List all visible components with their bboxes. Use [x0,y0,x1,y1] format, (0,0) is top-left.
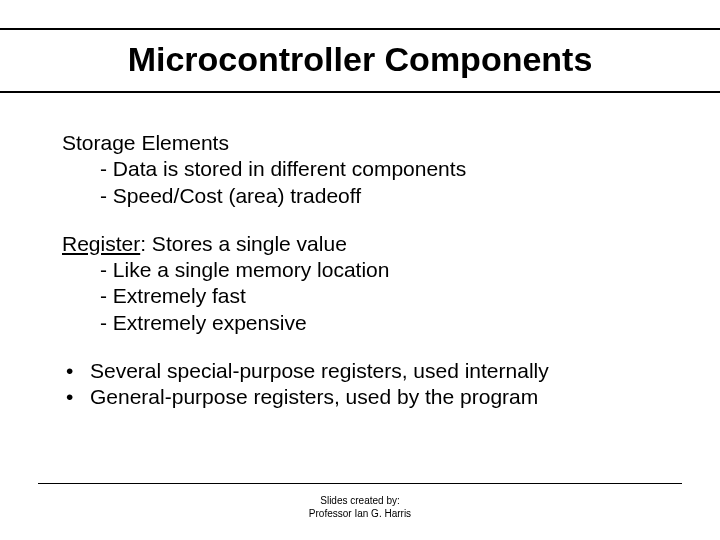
register-block: Register: Stores a single value - Like a… [62,231,670,336]
title-band: Microcontroller Components [0,28,720,93]
slide: Microcontroller Components Storage Eleme… [0,0,720,540]
storage-elements-item-2: - Speed/Cost (area) tradeoff [62,183,670,209]
register-item-3: - Extremely expensive [62,310,670,336]
footer-line-1: Slides created by: [0,495,720,508]
content-area: Storage Elements - Data is stored in dif… [62,130,670,410]
bullet-block: Several special-purpose registers, used … [62,358,670,411]
footer-divider [38,483,682,484]
storage-elements-item-1: - Data is stored in different components [62,156,670,182]
register-after-term: : Stores a single value [140,232,347,255]
storage-elements-heading: Storage Elements [62,130,670,156]
storage-elements-block: Storage Elements - Data is stored in dif… [62,130,670,209]
register-item-1: - Like a single memory location [62,257,670,283]
footer: Slides created by: Professor Ian G. Harr… [0,495,720,520]
bullet-list: Several special-purpose registers, used … [62,358,670,411]
slide-title: Microcontroller Components [0,40,720,79]
footer-line-2: Professor Ian G. Harris [0,508,720,521]
bullet-item-1: Several special-purpose registers, used … [62,358,670,384]
register-term: Register [62,232,140,255]
bullet-item-2: General-purpose registers, used by the p… [62,384,670,410]
register-item-2: - Extremely fast [62,283,670,309]
register-heading-line: Register: Stores a single value [62,231,670,257]
